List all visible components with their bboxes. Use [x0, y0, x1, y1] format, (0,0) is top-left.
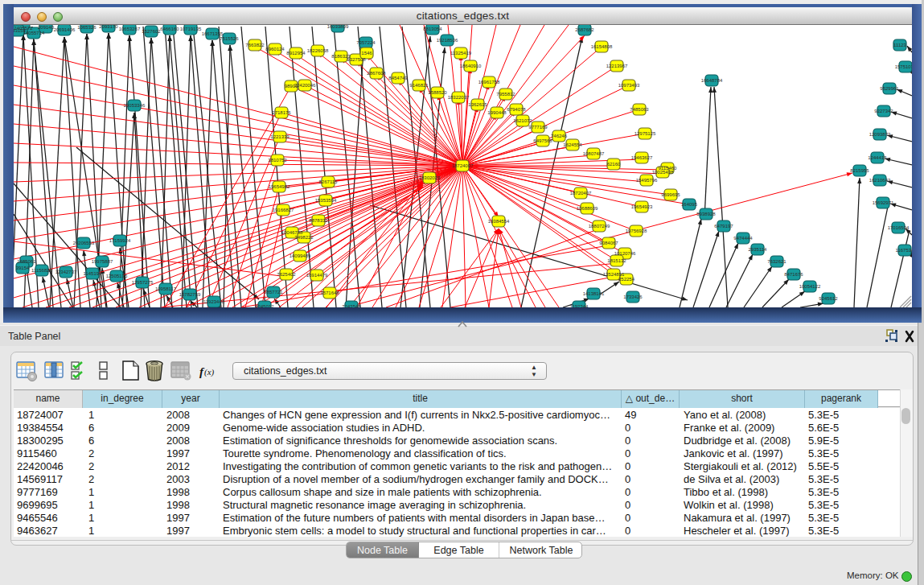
svg-text:1221339: 1221339 [270, 134, 290, 139]
svg-text:10653267: 10653267 [119, 27, 141, 31]
svg-text:7515526: 7515526 [220, 36, 239, 41]
svg-text:18226058: 18226058 [307, 48, 329, 53]
svg-text:252254: 252254 [618, 277, 635, 282]
svg-text:19756928: 19756928 [626, 229, 647, 233]
svg-text:22420046: 22420046 [294, 83, 316, 88]
svg-text:19166827: 19166827 [273, 208, 294, 212]
svg-text:18302023: 18302023 [419, 175, 441, 180]
svg-text:(x): (x) [204, 367, 215, 377]
svg-text:164095: 164095 [681, 202, 698, 207]
svg-text:2687682: 2687682 [575, 27, 594, 32]
svg-text:8813054: 8813054 [423, 27, 442, 31]
svg-text:193154: 193154 [14, 28, 27, 33]
svg-text:14055714: 14055714 [23, 31, 45, 35]
svg-text:1685061: 1685061 [17, 259, 36, 264]
svg-text:1145194: 1145194 [84, 271, 103, 276]
svg-text:14138141: 14138141 [583, 291, 605, 296]
svg-text:18640910: 18640910 [460, 64, 482, 68]
svg-text:8267115: 8267115 [319, 179, 339, 184]
svg-text:7625402: 7625402 [277, 272, 296, 277]
svg-text:10025438: 10025438 [652, 170, 674, 175]
svg-text:12505135: 12505135 [106, 274, 128, 278]
svg-text:3498222: 3498222 [294, 235, 314, 240]
svg-text:16914479: 16914479 [306, 273, 328, 278]
svg-text:7955812: 7955812 [496, 92, 515, 97]
svg-text:1065326: 1065326 [77, 25, 97, 30]
svg-text:8454749: 8454749 [388, 76, 408, 80]
svg-text:16782759: 16782759 [179, 292, 201, 297]
svg-text:9245012: 9245012 [255, 304, 274, 307]
svg-text:209140: 209140 [38, 25, 55, 30]
svg-text:2935114: 2935114 [749, 247, 768, 252]
svg-text:9777169: 9777169 [528, 125, 548, 130]
svg-text:9529961: 9529961 [880, 86, 899, 91]
svg-text:11156829: 11156829 [31, 268, 52, 273]
svg-text:16648784: 16648784 [701, 78, 723, 83]
svg-text:18724007: 18724007 [452, 163, 474, 168]
svg-text:10958117: 10958117 [155, 286, 177, 291]
svg-text:18807249: 18807249 [589, 224, 610, 229]
svg-text:16154808: 16154808 [591, 44, 613, 49]
svg-text:2867608: 2867608 [367, 71, 386, 76]
svg-text:18322037: 18322037 [448, 95, 470, 100]
svg-text:9699695: 9699695 [661, 192, 680, 197]
svg-text:1192344: 1192344 [570, 304, 589, 307]
svg-text:1167534: 1167534 [896, 248, 912, 253]
svg-text:12342737: 12342737 [55, 270, 77, 274]
svg-text:17016504: 17016504 [888, 225, 910, 230]
svg-text:17957275: 17957275 [132, 280, 154, 285]
svg-text:20053346: 20053346 [124, 103, 146, 108]
svg-text:10807487: 10807487 [583, 151, 605, 156]
svg-text:8878332: 8878332 [309, 218, 328, 223]
svg-text:12213967: 12213967 [606, 64, 628, 68]
svg-text:1621072: 1621072 [513, 118, 532, 123]
svg-text:1815132: 1815132 [607, 258, 626, 263]
svg-text:746246: 746246 [551, 134, 568, 138]
svg-text:15692971: 15692971 [873, 200, 894, 205]
svg-text:7357224: 7357224 [356, 40, 376, 45]
svg-text:16033809: 16033809 [327, 25, 349, 29]
svg-text:1546: 1546 [361, 51, 372, 56]
svg-text:20206553: 20206553 [73, 241, 95, 245]
svg-text:12093873: 12093873 [869, 132, 891, 137]
svg-text:7243548: 7243548 [342, 304, 361, 307]
svg-text:7663822: 7663822 [245, 43, 265, 47]
svg-text:18720407: 18720407 [570, 191, 592, 196]
svg-text:9245612: 9245612 [819, 296, 838, 301]
svg-text:2718176: 2718176 [272, 110, 291, 115]
svg-text:7632621: 7632621 [767, 259, 786, 264]
svg-text:16961758: 16961758 [478, 80, 500, 84]
svg-text:19654923: 19654923 [631, 204, 653, 209]
svg-text:10120746: 10120746 [614, 251, 636, 256]
svg-text:19463627: 19463627 [631, 155, 653, 160]
svg-text:17159924: 17159924 [109, 238, 131, 243]
svg-text:19654982: 19654982 [269, 184, 290, 189]
svg-text:15353594: 15353594 [315, 198, 337, 203]
svg-text:15751074: 15751074 [895, 64, 912, 69]
svg-text:11325419: 11325419 [450, 51, 472, 56]
svg-text:1362615: 1362615 [468, 102, 487, 107]
svg-text:1571648: 1571648 [320, 290, 339, 295]
svg-text:2093170: 2093170 [99, 25, 118, 29]
svg-text:15495796: 15495796 [636, 178, 658, 183]
svg-text:10054122: 10054122 [799, 284, 821, 289]
svg-text:9857721: 9857721 [264, 290, 283, 295]
svg-text:1588520: 1588520 [428, 90, 447, 95]
svg-text:19218506: 19218506 [437, 38, 458, 43]
svg-text:7485063: 7485063 [630, 107, 649, 112]
svg-text:12975125: 12975125 [634, 131, 656, 136]
svg-text:9146821: 9146821 [409, 83, 429, 88]
svg-text:62160: 62160 [607, 162, 621, 167]
svg-text:1624554: 1624554 [563, 142, 582, 147]
svg-text:1810752: 1810752 [268, 158, 287, 163]
svg-text:19384554: 19384554 [488, 219, 510, 224]
svg-text:8471676: 8471676 [784, 272, 803, 277]
svg-text:20691406: 20691406 [54, 27, 76, 32]
svg-text:9474444: 9474444 [733, 236, 753, 241]
svg-text:1527602: 1527602 [142, 29, 161, 34]
svg-text:6466160: 6466160 [160, 27, 179, 31]
svg-text:10688609: 10688609 [577, 206, 598, 211]
svg-text:1244415: 1244415 [868, 155, 887, 160]
svg-text:16210643: 16210643 [869, 178, 891, 183]
svg-text:10719135: 10719135 [180, 27, 202, 31]
